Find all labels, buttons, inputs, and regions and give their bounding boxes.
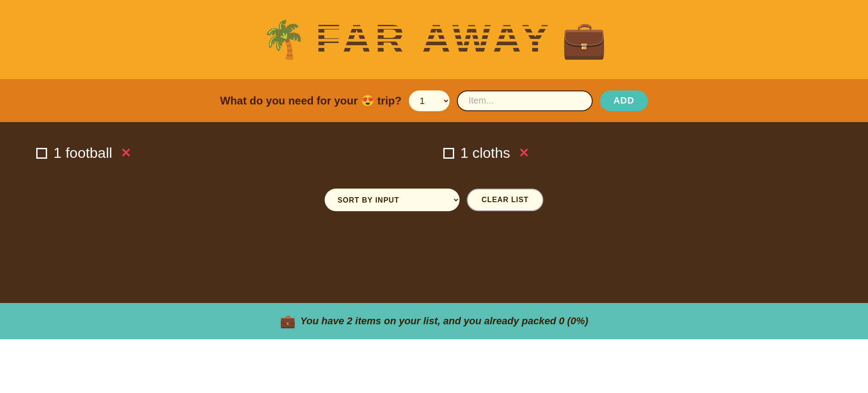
list-item: 1 cloths✕ bbox=[443, 145, 832, 161]
briefcase-icon: 💼 bbox=[561, 22, 607, 58]
footer: 💼 You have 2 items on your list, and you… bbox=[0, 303, 868, 339]
love-emoji: 😍 bbox=[361, 95, 378, 107]
palm-icon: 🌴 bbox=[261, 22, 307, 58]
question-text: What do you need for your 😍 trip? bbox=[220, 95, 402, 107]
app-title: FAR AWAY bbox=[316, 16, 552, 63]
list-item: 1 football✕ bbox=[36, 145, 425, 161]
app-header: 🌴 FAR AWAY 💼 bbox=[0, 0, 868, 79]
item-checkbox[interactable] bbox=[443, 148, 454, 159]
sort-select[interactable]: SORT BY INPUTSORT BY NAMESORT BY PACKED … bbox=[325, 189, 460, 211]
item-input[interactable] bbox=[457, 90, 593, 111]
add-button[interactable]: ADD bbox=[600, 90, 648, 111]
item-label: 1 football bbox=[53, 145, 112, 161]
item-remove-button[interactable]: ✕ bbox=[518, 147, 529, 160]
footer-status-text: You have 2 items on your list, and you a… bbox=[300, 315, 588, 327]
item-checkbox[interactable] bbox=[36, 148, 47, 159]
item-remove-button[interactable]: ✕ bbox=[120, 147, 131, 160]
list-area: 1 football✕1 cloths✕ SORT BY INPUTSORT B… bbox=[0, 122, 868, 303]
items-grid: 1 football✕1 cloths✕ bbox=[36, 145, 832, 161]
input-bar: What do you need for your 😍 trip? 123456… bbox=[0, 79, 868, 122]
quantity-select[interactable]: 1234567891011121314151617181920 bbox=[409, 90, 450, 111]
footer-briefcase-icon: 💼 bbox=[280, 314, 296, 329]
clear-list-button[interactable]: CLEAR LIST bbox=[467, 189, 543, 211]
item-label: 1 cloths bbox=[460, 145, 510, 161]
list-controls: SORT BY INPUTSORT BY NAMESORT BY PACKED … bbox=[36, 180, 832, 225]
